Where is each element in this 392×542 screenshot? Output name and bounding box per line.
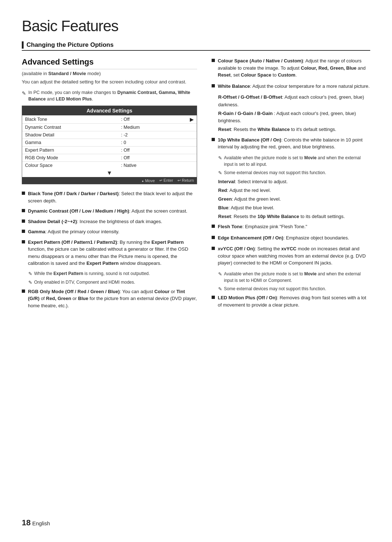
right-bullet-item-white-balance: White Balance: Adjust the colour tempera… — [212, 83, 370, 90]
content-columns: Advanced Settings (available in Standard… — [22, 57, 370, 312]
right-bullet-text-white-balance: White Balance: Adjust the colour tempera… — [218, 83, 369, 90]
bullet-square-icon — [212, 247, 215, 250]
reset-white-balance-text: Reset: Resets the White Balance to it's … — [218, 126, 370, 134]
sub-note-pencil-icon: ✎ — [218, 169, 222, 177]
right-bullet-text-xvycc: xvYCC (Off / On): Setting the xvYCC mode… — [218, 245, 370, 267]
right-bullet-item-flesh-tone: Flesh Tone: Emphasize pink "Flesh Tone." — [212, 223, 370, 230]
table-cell-value: : Off — [118, 147, 185, 154]
page-label: English — [32, 520, 50, 526]
right-bullet-text-led-motion: LED Motion Plus (Off / On): Removes drag… — [218, 294, 370, 308]
page-num: 18 — [22, 518, 30, 527]
right-bullet-item-led-motion: LED Motion Plus (Off / On): Removes drag… — [212, 294, 370, 308]
table-cell-value: : 0 — [118, 139, 185, 147]
sub-note-text-expert-1: While the Expert Pattern is running, sou… — [34, 270, 150, 277]
table-cell-label: Shadow Detail — [22, 131, 118, 139]
page-container: Basic Features Changing the Picture Opti… — [0, 0, 392, 334]
reset-10p-text: Reset: Resets the 10p White Balance to i… — [218, 213, 370, 221]
right-bullet-text-10p-white-balance: 10p White Balance (Off / On): Controls t… — [218, 136, 370, 151]
r-gain-text: R-Gain / G-Gain / B-Gain : Adjust each c… — [218, 110, 370, 125]
bullet-square-icon — [212, 59, 215, 62]
table-cell-label: Black Tone — [22, 115, 118, 124]
table-footer-enter: ↵ Enter — [159, 178, 173, 183]
table-cell-arrow — [184, 147, 197, 154]
bullet-text-rgb-mode: RGB Only Mode (Off / Red / Green / Blue)… — [28, 288, 197, 309]
table-cell-arrow: ▶ — [184, 115, 197, 124]
table-cell-label: Dynamic Contrast — [22, 124, 118, 131]
right-sub-note-10p-1: ✎ Available when the picture mode is set… — [218, 155, 370, 168]
table-cell-label: Colour Space — [22, 162, 118, 169]
table-row: Expert Pattern : Off — [22, 147, 197, 154]
bullet-item-expert-pattern: Expert Pattern (Off / Pattern1 / Pattern… — [22, 239, 197, 267]
table-cell-value: : Off — [118, 115, 185, 124]
sub-note-expert-1: ✎ While the Expert Pattern is running, s… — [28, 270, 197, 278]
bullet-square-icon — [22, 209, 25, 212]
table-row: Dynamic Contrast : Medium — [22, 124, 197, 131]
right-sub-note-text-xvycc-2: Some external devices may not support th… — [224, 286, 326, 292]
right-sub-note-xvycc-1: ✎ Available when the picture mode is set… — [218, 271, 370, 284]
table-cell-value: : Medium — [118, 124, 185, 131]
main-title: Basic Features — [22, 17, 370, 35]
bullet-square-icon — [212, 84, 215, 87]
table-footer: ⬥ Move ↵ Enter ↩ Return — [22, 177, 197, 184]
table-footer-return: ↩ Return — [177, 178, 194, 183]
table-row: Black Tone : Off ▶ — [22, 115, 197, 124]
right-bullet-item-edge: Edge Enhancement (Off / On): Emphasize o… — [212, 234, 370, 242]
bullet-square-icon — [212, 296, 215, 299]
available-note: (available in Standard / Movie mode) — [22, 71, 197, 76]
section-title: Changing the Picture Options — [26, 41, 114, 49]
right-bullet-text-flesh-tone: Flesh Tone: Emphasize pink "Flesh Tone." — [218, 223, 307, 230]
left-bullet-list: Black Tone (Off / Dark / Darker / Darkes… — [22, 190, 197, 309]
right-bullet-item-xvycc: xvYCC (Off / On): Setting the xvYCC mode… — [212, 245, 370, 267]
advanced-settings-title: Advanced Settings — [22, 57, 197, 69]
right-sub-note-10p-2: ✎ Some external devices may not support … — [218, 169, 370, 177]
sub-note-text-expert-2: Only enabled in DTV, Component and HDMI … — [34, 279, 135, 286]
table-cell-value: : Native — [118, 162, 185, 169]
right-sub-note-xvycc-2: ✎ Some external devices may not support … — [218, 286, 370, 293]
bullet-square-icon — [22, 192, 25, 195]
table-cell-value: : -2 — [118, 131, 185, 139]
table-cell-arrow — [184, 131, 197, 139]
table-row: Colour Space : Native — [22, 162, 197, 169]
table-cell-arrow — [184, 154, 197, 162]
green-text: Green: Adjust the green level. — [218, 196, 370, 203]
left-column: Advanced Settings (available in Standard… — [22, 57, 197, 312]
10p-balance-details: Interval: Select interval to adjust. Red… — [218, 178, 370, 220]
bullet-text-dynamic-contrast: Dynamic Contrast (Off / Low / Medium / H… — [28, 208, 187, 215]
table-cell-arrow — [184, 162, 197, 169]
bullet-item-gamma: Gamma: Adjust the primary colour intensi… — [22, 228, 197, 235]
right-column: Colour Space (Auto / Native / Custom): A… — [212, 57, 370, 312]
settings-table-wrapper: Advanced Settings Black Tone : Off ▶ Dyn… — [22, 106, 197, 184]
table-cell-arrow — [184, 139, 197, 147]
bullet-square-icon — [22, 219, 25, 223]
intro-text: You can adjust the detailed setting for … — [22, 78, 197, 86]
sub-note-pencil-icon: ✎ — [28, 279, 32, 286]
right-bullet-item-colour-space: Colour Space (Auto / Native / Custom): A… — [212, 57, 370, 79]
sub-note-pencil-icon: ✎ — [218, 271, 222, 278]
table-row: RGB Only Mode : Off — [22, 154, 197, 162]
table-scroll-indicator: ▼ — [22, 169, 197, 177]
bullet-text-shadow-detail: Shadow Detail (-2~+2): Increase the brig… — [28, 218, 162, 225]
right-bullet-text-colour-space: Colour Space (Auto / Native / Custom): A… — [218, 57, 370, 79]
section-bar — [22, 41, 24, 49]
bullet-square-icon — [212, 138, 215, 141]
right-sub-note-text-10p-2: Some external devices may not support th… — [224, 169, 326, 176]
table-row: Gamma : 0 — [22, 139, 197, 147]
bullet-text-expert-pattern: Expert Pattern (Off / Pattern1 / Pattern… — [28, 239, 197, 267]
bullet-item-rgb-mode: RGB Only Mode (Off / Red / Green / Blue)… — [22, 288, 197, 309]
bullet-text-gamma: Gamma: Adjust the primary colour intensi… — [28, 228, 119, 235]
bullet-item-shadow-detail: Shadow Detail (-2~+2): Increase the brig… — [22, 218, 197, 225]
pc-note-text: In PC mode, you can only make changes to… — [28, 89, 197, 103]
sub-note-pencil-icon: ✎ — [218, 155, 222, 162]
right-bullet-text-edge: Edge Enhancement (Off / On): Emphasize o… — [218, 234, 349, 242]
bullet-square-icon — [22, 240, 25, 243]
settings-table-header: Advanced Settings — [22, 106, 197, 115]
bullet-square-icon — [22, 230, 25, 233]
table-cell-value: : Off — [118, 154, 185, 162]
pc-note: ✎ In PC mode, you can only make changes … — [22, 89, 197, 103]
sub-note-pencil-icon: ✎ — [28, 270, 32, 278]
bullet-square-icon — [22, 290, 25, 293]
sub-note-expert-2: ✎ Only enabled in DTV, Component and HDM… — [28, 279, 197, 286]
r-offset-text: R-Offset / G-Offset / B-Offset: Adjust e… — [218, 94, 370, 109]
right-sub-note-text-10p-1: Available when the picture mode is set t… — [224, 155, 370, 168]
bullet-square-icon — [212, 225, 215, 228]
